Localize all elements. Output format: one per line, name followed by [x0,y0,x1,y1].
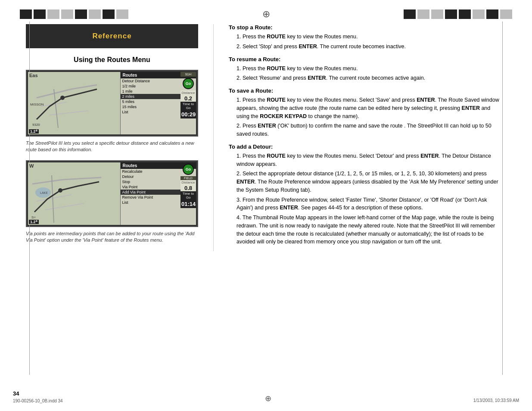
stop-route-block: To stop a Route: 1. Press the ROUTE key … [229,24,502,51]
right-column: To stop a Route: 1. Press the ROUTE key … [216,24,519,251]
left-column: Reference Using the Routes Menu Eas [13,24,211,251]
gps-map-1: Eas MISS [28,72,121,134]
save-route-block: To save a Route: 1. Press the ROUTE key … [229,87,502,138]
svg-line-9 [32,180,62,184]
gps-dist-label-2: Distance [180,180,196,185]
file-info: 190-00256-10_0B.indd 34 [13,399,63,403]
sqr3 [431,9,443,19]
gps-menu-2: Routes Recalculate Detour Stop Via Point… [121,162,196,225]
sq7 [103,9,115,19]
center-crosshair: ⊕ [262,9,270,20]
sq3 [47,9,59,19]
stop-route-heading: To stop a Route: [229,24,502,31]
sq5 [75,9,87,19]
gps-time-label-1: Time to Go [180,102,196,110]
svg-line-3 [50,111,88,115]
go-button-2: Go [183,164,194,175]
section-title: Using the Routes Menu [26,56,198,64]
add-detour-step-3: 3. From the Route Preference window, sel… [236,196,502,212]
sqr2 [417,9,429,19]
footer-left: 34 190-00256-10_0B.indd 34 [13,390,63,403]
sqr5 [459,9,471,19]
gps-map-svg-1: MISSON 9320 1.2 [28,72,120,134]
page-number: 34 [13,390,63,397]
svg-line-1 [71,85,97,89]
sq1 [20,9,32,19]
footer-crosshair: ⊕ [265,394,271,403]
resume-route-step-2: 2. Select 'Resume' and press ENTER. The … [236,74,502,82]
stop-route-step-2: 2. Select 'Stop' and press ENTER. The cu… [236,43,502,51]
gps-screen-1: Eas MISS [28,72,196,134]
resume-route-step-1: 1. Press the ROUTE key to view the Route… [236,65,502,73]
sqr6 [473,9,485,19]
sq8 [116,9,128,19]
svg-text:LAKE: LAKE [40,191,48,194]
gps-dist-val-2: 0.8 [180,185,196,191]
footer: 34 190-00256-10_0B.indd 34 ⊕ 1/13/2003, … [0,390,532,403]
gps-menu-title-text-2: Routes [123,163,137,168]
gps-map-2: W LAKE S= [28,162,121,225]
sqr4 [445,9,457,19]
go-label-1: Go [186,81,191,86]
save-route-heading: To save a Route: [229,87,502,94]
gps-menu-title-text-1: Routes [123,73,137,78]
resume-route-block: To resume a Route: 1. Press the ROUTE ke… [229,56,502,83]
main-content: Reference Using the Routes Menu Eas [13,24,519,251]
svg-line-12 [45,203,84,210]
svg-line-13 [52,175,54,223]
gps-field-label-2: FIELD [180,176,196,180]
add-detour-step-1: 1. Press the ROUTE key to view the Route… [236,152,502,168]
sqr7 [486,9,498,19]
go-label-2: Go [186,167,191,171]
header-squares-left [13,9,128,19]
vert-line-right [502,22,503,375]
reference-box: Reference [26,24,198,48]
gps-speed-2: 1.2⁸ [29,220,39,224]
svg-text:9320: 9320 [32,123,40,127]
save-route-step-1: 1. Press the ROUTE key to view the Route… [236,96,502,120]
gps-device-1: Eas MISS [26,70,198,137]
add-detour-heading: To add a Detour: [229,143,502,150]
gps-dist-val-1: 0.2 [180,95,196,102]
gps-time-val-1: 00:29 [180,110,196,118]
svg-point-5 [60,96,65,100]
svg-line-4 [54,89,58,128]
stop-route-step-1: 1. Press the ROUTE key to view the Route… [236,33,502,41]
page: ⊕ Reference Using the Routes Menu [0,0,532,411]
caption-1: The StreetPilot III lets you select a sp… [26,140,198,153]
svg-line-10 [62,177,101,180]
gps-right-side-2: Go FIELD Distance 0.8 Time to Go 01:14 [180,162,196,208]
svg-text:S=: S= [31,215,36,219]
sq2 [34,9,46,19]
caption-2: Via points are intermediary points that … [26,230,198,244]
sqr1 [404,9,416,19]
gps-time-label-2: Time to Go [180,191,196,200]
gps-speed-1: 1.2⁸ [29,129,39,134]
save-route-step-2: 2. Press ENTER ('OK' button) to confirm … [236,122,502,138]
gps-map-svg-2: LAKE S= 1.2 [28,162,120,225]
header-squares-right [404,9,519,19]
reference-title: Reference [34,32,190,40]
gps-menu-1: Routes Detour Distance 1/2 mile 1 mile 2… [121,72,196,134]
gps-screen-2: W LAKE S= [28,162,196,225]
column-separator [213,24,214,251]
add-detour-step-4: 4. The Thumbnail Route Map appears in th… [236,214,502,246]
gps-device-2: W LAKE S= [26,160,198,227]
sq6 [89,9,101,19]
gps-dist-label-1: Distance [180,90,196,95]
sq4 [61,9,73,19]
gps-time-val-2: 01:14 [180,200,196,208]
svg-text:MISSON: MISSON [30,103,44,106]
sqr8 [500,9,512,19]
resume-route-heading: To resume a Route: [229,56,502,62]
add-detour-block: To add a Detour: 1. Press the ROUTE key … [229,143,502,246]
go-button-1: Go [183,78,194,89]
add-detour-step-2: 2. Select the appropriate detour distanc… [236,170,502,194]
date-info: 1/13/2003, 10:33:59 AM [473,398,519,403]
header-bar: ⊕ [13,9,519,20]
gps-91h: 91H [180,72,196,77]
footer-right: 1/13/2003, 10:33:59 AM [473,397,519,403]
svg-point-14 [58,188,62,193]
gps-right-side-1: 91H Go Distance 0.2 Time to Go 00:29 [180,72,196,118]
